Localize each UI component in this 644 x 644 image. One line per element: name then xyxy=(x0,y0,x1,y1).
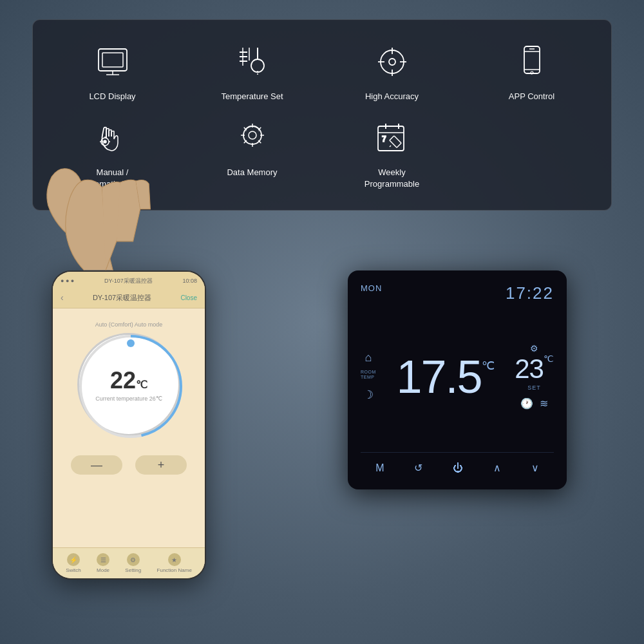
minus-button[interactable]: — xyxy=(71,455,122,475)
up-button[interactable]: ∧ xyxy=(488,459,506,477)
temp-arc xyxy=(77,333,184,440)
footer-mode[interactable]: ☰ Mode xyxy=(97,553,109,573)
svg-rect-1 xyxy=(102,53,123,67)
mode-icon: ☰ xyxy=(97,553,109,566)
set-label: SET xyxy=(527,384,541,391)
thermo-right-section: ⚙ 23 ℃ SET 🕐 ≋ xyxy=(515,343,554,410)
thermo-left-section: ⌂ ROOMTEMP ☽ xyxy=(361,351,376,402)
status-left: ● ● ● xyxy=(61,278,74,284)
feature-manual: Manual /Automatic Mode xyxy=(46,115,179,190)
current-temp-value: 17.5 xyxy=(396,354,481,400)
feature-lcd: LCD Display xyxy=(46,39,179,102)
svg-point-21 xyxy=(531,71,533,74)
thermo-middle: ⌂ ROOMTEMP ☽ 17.5 ℃ ⚙ xyxy=(361,306,554,447)
status-right: 10:08 xyxy=(182,278,197,284)
down-button[interactable]: ∨ xyxy=(526,459,544,477)
brain-gear-icon xyxy=(230,115,275,160)
temp-set-label: Temperature Set xyxy=(221,91,283,102)
app-label: APP Control xyxy=(509,91,554,102)
thermostat-container: MON 17:22 ⌂ ROOMTEMP ☽ 17.5 xyxy=(290,270,625,489)
status-icons: 🕐 ≋ xyxy=(520,397,548,410)
back-button[interactable]: ↺ xyxy=(409,459,428,477)
footer-switch[interactable]: ⚡ Switch xyxy=(66,553,81,573)
moon-icon: ☽ xyxy=(363,388,374,402)
phone-controls: — + xyxy=(71,455,187,475)
phone-screen: ● ● ● DY-107采暖温控器 10:08 ‹ DY-107采暖温控器 Cl… xyxy=(53,272,205,578)
background: LCD Display Temperature Set xyxy=(0,0,644,644)
manual-label: Manual /Automatic Mode xyxy=(82,167,143,190)
temp-circle: 22℃ Current temperature 26℃ xyxy=(77,333,180,436)
svg-point-24 xyxy=(104,140,106,143)
thermo-top-bar: MON 17:22 xyxy=(361,283,554,303)
phone-header-title: DY-107采暖温控器 xyxy=(93,293,151,303)
lcd-label: LCD Display xyxy=(89,91,135,102)
crosshair-icon xyxy=(370,39,415,84)
status-title: DY-107采暖温控器 xyxy=(104,277,153,285)
phone-footer: ⚡ Switch ☰ Mode ⚙ Setting ★ xyxy=(53,547,205,578)
features-panel: LCD Display Temperature Set xyxy=(32,19,612,211)
set-temp-value: 23 xyxy=(515,354,544,384)
back-arrow[interactable]: ‹ xyxy=(61,292,64,303)
clock-icon: 🕐 xyxy=(520,397,533,410)
footer-setting[interactable]: ⚙ Setting xyxy=(125,553,141,573)
set-temp-unit: ℃ xyxy=(544,354,554,364)
temp-mode-label: Auto (Comfort) Auto mode xyxy=(95,321,163,328)
device-name: DY-107采暖温控器 xyxy=(93,293,151,303)
flame-icon: ≋ xyxy=(540,397,548,410)
phone-status-bar: ● ● ● DY-107采暖温控器 10:08 xyxy=(53,272,205,290)
home-icon: ⌂ xyxy=(365,351,372,365)
weekly-label: WeeklyProgrammable xyxy=(365,167,419,190)
calendar-pencil-icon: 7 xyxy=(370,115,415,160)
bottom-section: ● ● ● DY-107采暖温控器 10:08 ‹ DY-107采暖温控器 Cl… xyxy=(19,270,625,489)
feature-app: APP Control xyxy=(465,39,598,102)
lcd-icon xyxy=(90,39,135,84)
thermo-buttons[interactable]: M ↺ ⏻ ∧ ∨ xyxy=(361,452,554,477)
feature-temp-set: Temperature Set xyxy=(185,39,319,102)
footer-function[interactable]: ★ Function Name xyxy=(157,553,192,573)
thermo-time: 17:22 xyxy=(506,283,554,303)
svg-point-30 xyxy=(249,131,256,139)
room-temp-label: ROOMTEMP xyxy=(361,370,376,381)
phone-frame: ● ● ● DY-107采暖温控器 10:08 ‹ DY-107采暖温控器 Cl… xyxy=(52,270,206,580)
feature-memory: Data Memory xyxy=(185,115,319,190)
switch-icon: ⚡ xyxy=(67,553,80,566)
setting-icon: ⚙ xyxy=(127,553,140,566)
accuracy-label: High Accuracy xyxy=(365,91,419,102)
feature-weekly: 7 WeeklyProgrammable xyxy=(325,115,459,190)
svg-rect-43 xyxy=(389,136,401,147)
hand-gear-icon xyxy=(90,115,135,160)
thermo-day: MON xyxy=(361,283,382,293)
smartphone-icon xyxy=(509,39,554,84)
gear-icon: ⚙ xyxy=(530,343,538,354)
svg-point-9 xyxy=(251,59,264,72)
phone-body: Auto (Comfort) Auto mode 22℃ Current tem… xyxy=(53,308,205,547)
room-label-text: ROOMTEMP xyxy=(361,370,376,381)
plus-button[interactable]: + xyxy=(135,455,187,475)
function-icon: ★ xyxy=(168,553,181,566)
feature-accuracy: High Accuracy xyxy=(325,39,459,102)
svg-line-44 xyxy=(390,146,391,147)
phone-header: ‹ DY-107采暖温控器 Close xyxy=(53,290,205,308)
set-temp-area: ⚙ 23 ℃ SET xyxy=(515,343,554,391)
svg-point-13 xyxy=(389,59,395,65)
current-temp-unit: ℃ xyxy=(482,359,495,373)
thermostat-display: MON 17:22 ⌂ ROOMTEMP ☽ 17.5 xyxy=(361,283,554,477)
current-temp-display: 17.5 ℃ xyxy=(396,354,494,400)
power-button[interactable]: ⏻ xyxy=(448,460,468,477)
svg-point-48 xyxy=(127,339,135,347)
mode-button[interactable]: M xyxy=(370,460,389,477)
close-btn[interactable]: Close xyxy=(180,294,197,301)
svg-text:7: 7 xyxy=(382,135,386,144)
thermostat-device: MON 17:22 ⌂ ROOMTEMP ☽ 17.5 xyxy=(348,270,567,489)
thermometer-icon xyxy=(230,39,275,84)
memory-label: Data Memory xyxy=(227,167,277,178)
